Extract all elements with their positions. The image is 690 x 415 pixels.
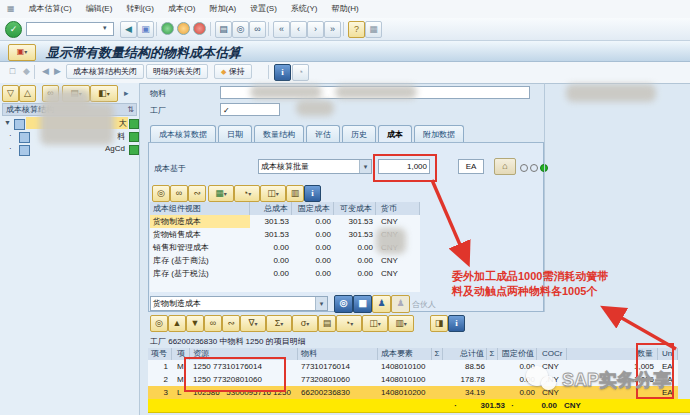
costing-variant-icon[interactable]: ⌂ — [494, 158, 516, 175]
info-icon[interactable]: i — [304, 185, 321, 202]
find-icon[interactable]: ∞ — [204, 315, 222, 332]
splitter-toggle-icon[interactable]: ▸ — [124, 88, 129, 98]
cell[interactable]: 库存 (基于商法) — [150, 254, 250, 267]
table-row[interactable]: 库存 (基于商法) 0.00 0.00 0.00 CNY — [150, 254, 420, 268]
hold-button[interactable]: ◆ 保持 — [214, 64, 252, 79]
sort-desc-icon[interactable]: ▼ — [186, 315, 204, 332]
tab-dates[interactable]: 日期 — [218, 125, 252, 143]
cell[interactable]: 销售和管理成本 — [150, 241, 250, 254]
partner-hierarchy-icon[interactable]: ♟ — [391, 295, 410, 313]
node-expand-icon[interactable]: ▼ — [4, 119, 11, 126]
find-next-icon[interactable]: ∾ — [222, 315, 240, 332]
change-display-icon[interactable]: ◆ — [19, 64, 34, 79]
back-circle-icon[interactable] — [161, 22, 174, 35]
zoom-icon[interactable]: ◎ — [150, 315, 168, 332]
chart-view-button[interactable]: ◔▾ — [234, 185, 260, 202]
subtotal-button[interactable]: σ▾ — [292, 315, 318, 332]
services-icon[interactable]: ◔ — [292, 64, 309, 81]
tab-costing-data[interactable]: 成本核算数据 — [150, 125, 216, 143]
col-header[interactable]: 成本要素 — [378, 348, 432, 360]
col-header[interactable]: 总成本 — [250, 202, 292, 215]
prev-page-icon[interactable]: ‹ — [290, 21, 307, 38]
col-header[interactable]: 固定价值 — [498, 348, 537, 360]
detail-list-close-button[interactable]: 明细列表关闭 — [146, 64, 208, 79]
col-header[interactable]: 货币 — [376, 202, 420, 215]
col-header[interactable]: 项号 — [148, 348, 172, 360]
menu-extras[interactable]: 附加(A) — [202, 0, 243, 18]
menu-costs[interactable]: 成本(O) — [161, 0, 203, 18]
cell[interactable]: 77310176014 — [298, 360, 378, 373]
cell[interactable]: 77320801060 — [298, 373, 378, 386]
plant-field[interactable]: ✓ — [220, 103, 280, 116]
cancel-circle-icon[interactable] — [193, 22, 206, 35]
command-input[interactable] — [26, 22, 114, 36]
cell[interactable]: 货物制造成本 — [150, 215, 250, 228]
find-icon[interactable]: ∞ — [170, 185, 188, 202]
col-header[interactable]: COCr — [537, 348, 567, 360]
info-icon[interactable]: i — [448, 315, 465, 332]
next-icon[interactable]: ▶ — [50, 64, 65, 79]
help-icon[interactable]: ? — [348, 21, 365, 38]
tab-valuation[interactable]: 评估 — [306, 125, 340, 143]
col-header[interactable]: 物料 — [298, 348, 378, 360]
filter-button[interactable]: ∇▾ — [240, 315, 266, 332]
layout-button[interactable]: ▥▾ — [388, 315, 414, 332]
sort-icon[interactable]: ⇅ — [127, 104, 134, 115]
cost-basis-dropdown[interactable]: 成本核算批量 ▾ — [258, 159, 372, 174]
find-next-icon[interactable]: ∞ — [249, 21, 266, 38]
col-header[interactable]: 成本组件视图 — [150, 202, 250, 215]
next-page-icon[interactable]: › — [307, 21, 324, 38]
window-menu-icon[interactable]: ▦ — [0, 0, 22, 18]
expand-all-icon[interactable]: △ — [19, 85, 36, 102]
tab-qty-structure[interactable]: 数量结构 — [254, 125, 304, 143]
menu-help[interactable]: 帮助(H) — [324, 0, 365, 18]
menu-edit[interactable]: 编辑(E) — [79, 0, 120, 18]
chevron-down-icon[interactable]: ▾ — [359, 160, 371, 173]
export-button[interactable]: ◫▾ — [260, 185, 286, 202]
back-icon[interactable]: ◀ — [120, 21, 137, 38]
costing-structure-close-button[interactable]: 成本核算结构关闭 — [66, 64, 144, 79]
table-row[interactable]: 货物制造成本 301.53 0.00 301.53 CNY — [150, 215, 420, 229]
tab-additional-data[interactable]: 附加数据 — [414, 125, 464, 143]
grid-view-button[interactable]: ▦▾ — [208, 185, 234, 202]
enter-check-icon[interactable]: ✓ — [5, 21, 22, 38]
col-header[interactable]: 固定成本 — [292, 202, 334, 215]
new-doc-icon[interactable]: □ — [5, 64, 20, 79]
component-filter-dropdown[interactable]: 货物制造成本 ▾ — [150, 296, 328, 311]
views-button[interactable]: ◔▾ — [336, 315, 362, 332]
transaction-icon-button[interactable]: ▣▾ — [8, 44, 36, 61]
menu-system[interactable]: 系统(Y) — [284, 0, 325, 18]
layout-grid-icon[interactable]: ▦ — [353, 295, 372, 313]
tab-costs[interactable]: 成本 — [378, 125, 412, 143]
cell[interactable]: 66200236830 — [298, 386, 378, 399]
table-row[interactable]: 库存 (基于税法) 0.00 0.00 0.00 CNY — [150, 267, 420, 281]
col-header[interactable]: 总计值 — [443, 348, 487, 360]
export-button[interactable]: ◫▾ — [362, 315, 388, 332]
sum-button[interactable]: Σ▾ — [266, 315, 292, 332]
tab-history[interactable]: 历史 — [342, 125, 376, 143]
first-page-icon[interactable]: « — [273, 21, 290, 38]
info-icon[interactable]: i — [274, 64, 291, 81]
find-next-icon[interactable]: ∾ — [188, 185, 206, 202]
unit-field[interactable]: EA — [458, 159, 484, 174]
collapse-all-icon[interactable]: ▽ — [2, 85, 19, 102]
command-dropdown-icon[interactable]: ▾ — [103, 24, 113, 34]
views-icon[interactable]: ◨ — [430, 315, 448, 332]
col-header[interactable]: 可变成本 — [334, 202, 376, 215]
print-icon[interactable]: ▤ — [215, 21, 232, 38]
menu-cost-estimate[interactable]: 成本估算(C) — [22, 0, 79, 18]
zoom-icon[interactable]: ◎ — [152, 185, 170, 202]
zoom-icon[interactable]: ◎ — [334, 295, 353, 313]
hierarchy-icon[interactable]: ♟ — [372, 295, 391, 313]
clipboard-icon[interactable]: ▥ — [286, 185, 304, 202]
last-page-icon[interactable]: » — [324, 21, 341, 38]
new-session-icon[interactable]: ▦ — [365, 21, 382, 38]
save-icon[interactable]: ▣ — [137, 21, 154, 38]
print-icon[interactable]: ▤ — [318, 315, 336, 332]
find-icon[interactable]: ◎ — [232, 21, 249, 38]
menu-goto[interactable]: 转到(G) — [119, 0, 161, 18]
layout-button[interactable]: ◧▾ — [90, 85, 118, 102]
menu-settings[interactable]: 设置(S) — [243, 0, 284, 18]
exit-circle-icon[interactable] — [177, 22, 190, 35]
col-header[interactable]: Σ — [487, 348, 498, 360]
